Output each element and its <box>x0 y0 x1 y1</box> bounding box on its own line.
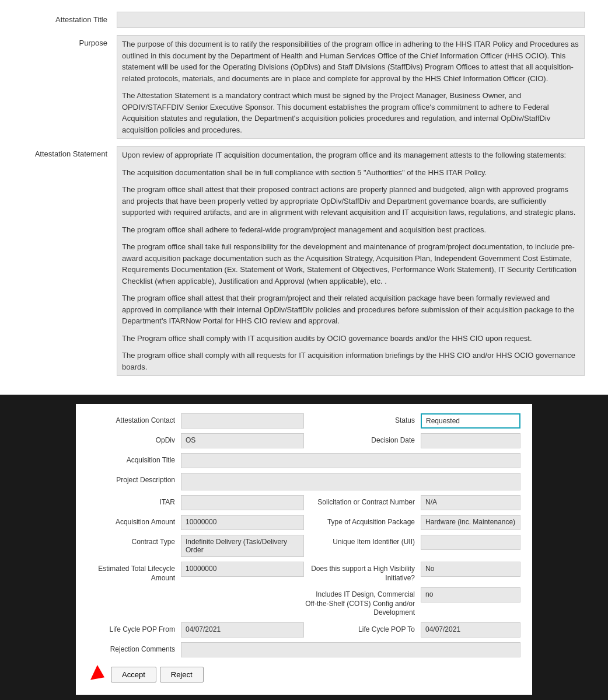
stmt-p8: The program office shall comply with all… <box>122 350 579 372</box>
attestation-contact-input[interactable] <box>181 413 304 429</box>
row-project-description: Project Description <box>88 473 520 490</box>
decision-date-input[interactable] <box>421 433 520 448</box>
estimated-lifecycle-label: Estimated Total Lifecycle Amount <box>88 562 181 583</box>
unique-identifier-input[interactable] <box>421 535 520 550</box>
purpose-value: The purpose of this document is to ratif… <box>117 35 585 139</box>
lifecycle-pop-to-input[interactable]: 04/07/2021 <box>421 622 520 638</box>
row-rejection-comments: Rejection Comments <box>88 642 520 657</box>
stmt-p5: The program office shall take full respo… <box>122 241 579 287</box>
reject-button[interactable]: Reject <box>160 667 204 682</box>
status-label: Status <box>304 413 421 426</box>
attestation-contact-label: Attestation Contact <box>88 413 181 426</box>
contract-type-label: Contract Type <box>88 535 181 547</box>
row-empty-itdesign: Includes IT Design, Commercial Off-the-S… <box>88 587 520 618</box>
rejection-comments-input[interactable] <box>181 642 520 657</box>
row-lifecycle-highvis: Estimated Total Lifecycle Amount 1000000… <box>88 562 520 583</box>
attestation-statement-row: Attestation Statement Upon review of app… <box>23 146 585 376</box>
purpose-p2: The Attestation Statement is a mandatory… <box>122 90 579 135</box>
lifecycle-pop-to-label: Life Cycle POP To <box>304 622 421 635</box>
right-highvis: Does this support a High Visibility Init… <box>304 562 520 583</box>
acquisition-title-label: Acquisition Title <box>88 453 181 465</box>
accept-button[interactable]: Accept <box>111 667 156 682</box>
right-pop-to: Life Cycle POP To 04/07/2021 <box>304 622 520 638</box>
right-uii: Unique Item Identifier (UII) <box>304 535 520 550</box>
stmt-p3: The program office shall attest that the… <box>122 184 579 218</box>
attestation-statement-value[interactable]: Upon review of appropriate IT acquisitio… <box>117 146 585 376</box>
inner-form: Attestation Contact Status Requested OpD… <box>76 404 532 695</box>
left-itar: ITAR <box>88 495 304 510</box>
stmt-p6: The program office shall attest that the… <box>122 292 579 327</box>
attestation-statement-label: Attestation Statement <box>23 146 117 158</box>
estimated-lifecycle-input[interactable]: 10000000 <box>181 562 304 577</box>
high-visibility-label: Does this support a High Visibility Init… <box>304 562 421 583</box>
lifecycle-pop-from-input[interactable]: 04/07/2021 <box>181 622 304 638</box>
project-description-label: Project Description <box>88 473 181 485</box>
status-input[interactable]: Requested <box>421 413 520 429</box>
attestation-title-value <box>117 12 585 28</box>
it-design-label: Includes IT Design, Commercial Off-the-S… <box>304 587 421 618</box>
left-pop-from: Life Cycle POP From 04/07/2021 <box>88 622 304 638</box>
attestation-title-label: Attestation Title <box>23 12 117 24</box>
rejection-comments-label: Rejection Comments <box>88 642 181 654</box>
row-opdiv-date: OpDiv OS Decision Date <box>88 433 520 448</box>
stmt-p1: Upon review of appropriate IT acquisitio… <box>122 149 579 161</box>
left-acqamount: Acquisition Amount 10000000 <box>88 515 304 530</box>
bottom-section: Attestation Contact Status Requested OpD… <box>0 395 608 700</box>
decision-date-label: Decision Date <box>304 433 421 445</box>
buttons-area: Accept Reject <box>88 667 520 683</box>
itar-input[interactable] <box>181 495 304 510</box>
high-visibility-input[interactable]: No <box>421 562 520 577</box>
stmt-p4: The program office shall adhere to feder… <box>122 224 579 236</box>
opdiv-input[interactable]: OS <box>181 433 304 448</box>
page-wrapper: Attestation Title Purpose The purpose of… <box>0 0 608 700</box>
type-acquisition-input[interactable]: Hardware (inc. Maintenance) <box>421 515 520 530</box>
stmt-p2: The acquisition documentation shall be i… <box>122 167 579 179</box>
left-contact: Attestation Contact <box>88 413 304 429</box>
acquisition-amount-label: Acquisition Amount <box>88 515 181 527</box>
stmt-p7: The Program office shall comply with IT … <box>122 333 579 344</box>
purpose-row: Purpose The purpose of this document is … <box>23 35 585 139</box>
itar-label: ITAR <box>88 495 181 507</box>
row-itar-solicitation: ITAR Solicitation or Contract Number N/A <box>88 495 520 510</box>
right-decision-date: Decision Date <box>304 433 520 448</box>
solicitation-label: Solicitation or Contract Number <box>304 495 421 507</box>
it-design-input[interactable]: no <box>421 587 520 603</box>
lifecycle-pop-from-label: Life Cycle POP From <box>88 622 181 635</box>
project-description-input[interactable] <box>181 473 520 490</box>
purpose-label: Purpose <box>23 35 117 47</box>
right-type-acq: Type of Acquisition Package Hardware (in… <box>304 515 520 530</box>
row-contract-uii: Contract Type Indefinite Delivery (Task/… <box>88 535 520 557</box>
left-opdiv: OpDiv OS <box>88 433 304 448</box>
arrow-icon <box>90 665 108 685</box>
contract-type-input[interactable]: Indefinite Delivery (Task/Delivery Order <box>181 535 304 557</box>
left-contract: Contract Type Indefinite Delivery (Task/… <box>88 535 304 557</box>
unique-identifier-label: Unique Item Identifier (UII) <box>304 535 421 547</box>
solicitation-input[interactable]: N/A <box>421 495 520 510</box>
top-section: Attestation Title Purpose The purpose of… <box>0 0 608 395</box>
row-pop-from-to: Life Cycle POP From 04/07/2021 Life Cycl… <box>88 622 520 638</box>
acquisition-title-input[interactable] <box>181 453 520 468</box>
type-acquisition-label: Type of Acquisition Package <box>304 515 421 527</box>
attestation-title-row: Attestation Title <box>23 12 585 28</box>
right-status: Status Requested <box>304 413 520 429</box>
right-solicitation: Solicitation or Contract Number N/A <box>304 495 520 510</box>
row-acqamount-type: Acquisition Amount 10000000 Type of Acqu… <box>88 515 520 530</box>
acquisition-amount-input[interactable]: 10000000 <box>181 515 304 530</box>
opdiv-label: OpDiv <box>88 433 181 445</box>
purpose-p1: The purpose of this document is to ratif… <box>122 39 579 84</box>
row-acquisition-title: Acquisition Title <box>88 453 520 468</box>
left-lifecycle: Estimated Total Lifecycle Amount 1000000… <box>88 562 304 583</box>
right-itdesign: Includes IT Design, Commercial Off-the-S… <box>304 587 520 618</box>
row-contact-status: Attestation Contact Status Requested <box>88 413 520 429</box>
